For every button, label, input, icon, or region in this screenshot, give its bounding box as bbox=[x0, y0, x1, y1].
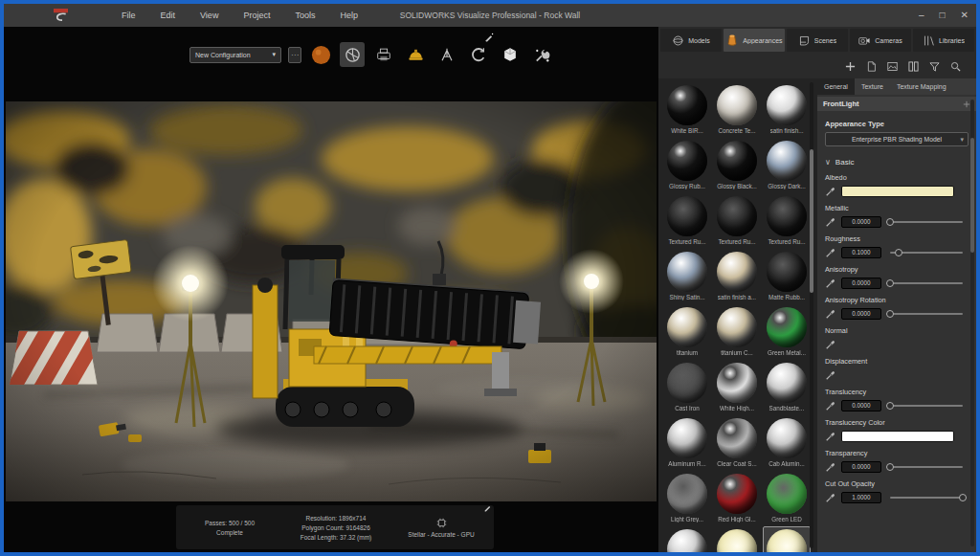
swatch-glossy-dark[interactable]: Glossy Dark... bbox=[763, 138, 811, 191]
section-basic-header[interactable]: ∨Basic bbox=[825, 158, 969, 167]
anisotropy-slider[interactable] bbox=[890, 282, 963, 284]
dropper-icon[interactable] bbox=[825, 461, 836, 473]
viewport-render[interactable] bbox=[6, 101, 657, 501]
helmet-button[interactable] bbox=[403, 42, 428, 67]
swatch-rear-light[interactable]: Rear Light bbox=[713, 526, 761, 552]
split-view-icon[interactable] bbox=[908, 61, 919, 72]
swatch-satin-finish[interactable]: satin finish... bbox=[763, 82, 811, 136]
swatch-sandblaste[interactable]: Sandblaste... bbox=[763, 360, 811, 413]
swatch-textured-ru[interactable]: Textured Ru... bbox=[663, 193, 711, 247]
polygon-count-text: Polygon Count: 9164826 bbox=[301, 524, 370, 531]
save-image-icon[interactable] bbox=[887, 61, 898, 72]
dropper-icon[interactable] bbox=[825, 492, 836, 503]
albedo-color-swatch[interactable] bbox=[841, 186, 954, 197]
swatch-aluminum-r[interactable]: Aluminum R... bbox=[663, 415, 711, 469]
configuration-dropdown[interactable]: New Configuration ▾ bbox=[189, 47, 281, 63]
appearance-ball-button[interactable] bbox=[308, 42, 333, 67]
edit-pencil-icon[interactable] bbox=[483, 503, 492, 512]
dropper-icon[interactable] bbox=[825, 186, 836, 197]
transparency-value[interactable]: 0.0000 bbox=[841, 461, 881, 473]
swatch-sphere bbox=[667, 418, 707, 458]
render-image[interactable] bbox=[6, 101, 657, 501]
dropper-icon[interactable] bbox=[825, 431, 836, 442]
swatch-front-light[interactable]: Front Light bbox=[763, 526, 811, 552]
dropper-icon[interactable] bbox=[825, 400, 836, 411]
dropper-icon[interactable] bbox=[825, 278, 836, 289]
swatch-scrollbar[interactable] bbox=[810, 82, 813, 548]
tab-cameras[interactable]: Cameras bbox=[850, 29, 911, 52]
menu-edit[interactable]: Edit bbox=[161, 11, 176, 20]
appearance-type-dropdown[interactable]: Enterprise PBR Shading Model ▾ bbox=[825, 132, 969, 146]
tab-scenes[interactable]: Scenes bbox=[787, 29, 848, 52]
swatch-white-high[interactable]: White High... bbox=[713, 360, 761, 413]
metallic-value[interactable]: 0.0000 bbox=[841, 216, 881, 228]
cut-out-opacity-value[interactable]: 1.0000 bbox=[841, 492, 881, 503]
swatch-green-metal[interactable]: Green Metal... bbox=[763, 304, 811, 358]
swatch-titanium-c[interactable]: titanium C... bbox=[713, 304, 761, 358]
minimize-button[interactable]: – bbox=[919, 11, 924, 20]
anisotropy-rotation-slider[interactable] bbox=[890, 313, 963, 315]
dropper-icon[interactable] bbox=[825, 247, 836, 258]
dropper-icon[interactable] bbox=[825, 369, 836, 381]
swatch-white-bir[interactable]: White BIR... bbox=[663, 82, 711, 136]
swatch-concrete-te[interactable]: Concrete Te... bbox=[713, 82, 761, 136]
swatch-textured-ru[interactable]: Textured Ru... bbox=[713, 193, 761, 247]
swatch-light-grey[interactable]: Light Grey... bbox=[663, 471, 711, 524]
roughness-value[interactable]: 0.1000 bbox=[841, 247, 881, 258]
transparency-slider[interactable] bbox=[890, 466, 963, 468]
new-file-icon[interactable] bbox=[866, 61, 877, 72]
menu-view[interactable]: View bbox=[200, 11, 218, 20]
swatch-textured-ru[interactable]: Textured Ru... bbox=[763, 193, 811, 247]
panel-expand-icon[interactable] bbox=[963, 100, 970, 108]
swatch-clear-coat-s[interactable]: Clear Coat S... bbox=[713, 415, 761, 469]
tab-appearances[interactable]: Appearances bbox=[724, 29, 785, 52]
menu-project[interactable]: Project bbox=[243, 11, 270, 20]
cut-out-opacity-slider[interactable] bbox=[890, 497, 963, 499]
menu-tools[interactable]: Tools bbox=[295, 11, 315, 20]
turntable-button[interactable] bbox=[466, 42, 491, 67]
cube-button[interactable] bbox=[498, 42, 523, 67]
close-button[interactable]: ✕ bbox=[961, 11, 969, 20]
swatch-satin-finish-a[interactable]: satin finish a... bbox=[713, 249, 761, 302]
aperture-button[interactable] bbox=[340, 42, 365, 67]
properties-tab-general[interactable]: General bbox=[817, 78, 855, 95]
properties-scrollbar[interactable] bbox=[970, 100, 974, 546]
swatch-cab-alumin[interactable]: Cab Alumin... bbox=[763, 415, 811, 469]
add-icon[interactable] bbox=[845, 61, 856, 72]
translucency-value[interactable]: 0.0000 bbox=[841, 400, 881, 411]
render-tools-button[interactable] bbox=[529, 42, 554, 67]
swatch-glossy-black[interactable]: Glossy Black... bbox=[713, 138, 761, 191]
appearance-name-bar[interactable]: FrontLight bbox=[817, 97, 976, 111]
swatch-red-high-gl[interactable]: Red High Gl... bbox=[713, 471, 761, 524]
swatch-glossy-rub[interactable]: Glossy Rub... bbox=[663, 138, 711, 191]
sort-icon[interactable] bbox=[929, 61, 940, 72]
restore-button[interactable]: □ bbox=[940, 11, 946, 20]
swatch-drill-tower[interactable]: Drill Tower... bbox=[663, 526, 711, 552]
tab-models[interactable]: Models bbox=[660, 29, 722, 52]
viewport[interactable]: New Configuration ▾ ⋯ bbox=[4, 27, 658, 552]
menu-help[interactable]: Help bbox=[340, 11, 358, 20]
configuration-menu-button[interactable]: ⋯ bbox=[288, 47, 301, 63]
swatch-matte-rubb[interactable]: Matte Rubb... bbox=[763, 249, 811, 302]
tab-libraries[interactable]: Libraries bbox=[913, 29, 974, 52]
swatch-titanium[interactable]: titanium bbox=[663, 304, 711, 358]
dropper-icon[interactable] bbox=[825, 308, 836, 320]
edit-pencil-icon[interactable] bbox=[484, 33, 494, 42]
dropper-icon[interactable] bbox=[825, 339, 836, 350]
anisotropy-value[interactable]: 0.0000 bbox=[841, 278, 881, 289]
translucency-slider[interactable] bbox=[890, 405, 963, 407]
swatch-cast-iron[interactable]: Cast Iron bbox=[663, 360, 711, 413]
anisotropy-rotation-value[interactable]: 0.0000 bbox=[841, 308, 881, 320]
swatch-shiny-satin[interactable]: Shiny Satin... bbox=[663, 249, 711, 302]
translucency-color-color-swatch[interactable] bbox=[841, 431, 954, 442]
search-icon[interactable] bbox=[950, 61, 961, 72]
metallic-slider[interactable] bbox=[890, 221, 963, 223]
menu-file[interactable]: File bbox=[122, 11, 136, 20]
output-button[interactable] bbox=[371, 42, 396, 67]
tripod-button[interactable] bbox=[434, 42, 459, 67]
properties-tab-texture-mapping[interactable]: Texture Mapping bbox=[890, 78, 953, 95]
swatch-green-led[interactable]: Green LED bbox=[763, 471, 811, 524]
dropper-icon[interactable] bbox=[825, 216, 836, 228]
roughness-slider[interactable] bbox=[890, 252, 963, 254]
properties-tab-texture[interactable]: Texture bbox=[855, 78, 890, 95]
